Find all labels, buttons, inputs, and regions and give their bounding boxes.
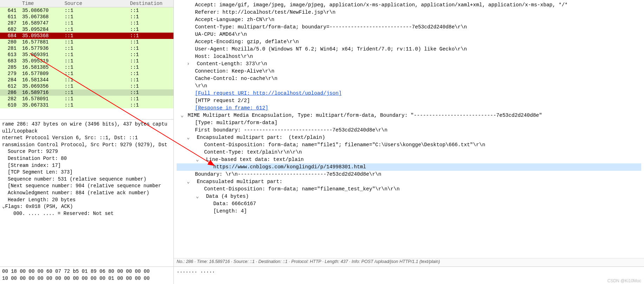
encap2[interactable]: Encapsulated multipart part: xyxy=(197,179,283,184)
chevron-down-icon[interactable]: ⌄ xyxy=(180,112,185,119)
hex-panel-left[interactable]: 00 18 00 00 00 60 07 72 b5 01 89 06 80 0… xyxy=(0,266,173,284)
tcp-hlen[interactable]: Header Length: 20 bytes xyxy=(2,197,171,204)
http-fulluri-link[interactable]: [Full request URI: http://localhost/uplo… xyxy=(195,90,342,96)
chevron-down-icon[interactable]: ⌄ xyxy=(195,193,200,200)
http-ctype[interactable]: Content-Type: multipart/form-data; bound… xyxy=(195,24,467,30)
table-row[interactable]: 28516.581385::1::1 xyxy=(0,64,173,70)
frame-details[interactable]: rame 286: 437 bytes on wire (3496 bits),… xyxy=(0,119,173,266)
tcp-dstport[interactable]: Destination Port: 80 xyxy=(2,155,171,162)
right-panel: Accept: image/gif, image/jpeg, image/pjp… xyxy=(174,0,644,284)
watermark: CSDN @Ki10Moc xyxy=(607,278,641,283)
tcp-nextseq[interactable]: [Next sequence number: 904 (relative seq… xyxy=(2,183,171,190)
http-host[interactable]: Host: localhost\r\n xyxy=(195,54,253,59)
chevron-right-icon[interactable]: › xyxy=(186,60,191,68)
http-tree[interactable]: Accept: image/gif, image/jpeg, image/pjp… xyxy=(174,0,644,258)
frame-loopback[interactable]: ull/Loopback xyxy=(2,128,171,135)
table-row[interactable]: 61035.067331::1::1 xyxy=(0,102,173,108)
table-row[interactable]: 64135.086670::1::1 xyxy=(0,7,173,14)
col-src[interactable]: Source xyxy=(62,0,127,7)
chevron-down-icon[interactable]: ⌄ xyxy=(186,178,191,185)
col-dst[interactable]: Destination xyxy=(127,0,173,7)
http-cache[interactable]: Cache-Control: no-cache\r\n xyxy=(195,76,277,81)
tcp-ack[interactable]: Acknowledgment number: 884 (relative ack… xyxy=(2,190,171,197)
datahex[interactable]: Data: 666c6167 xyxy=(213,201,256,207)
table-row[interactable]: 28116.577936::1::1 xyxy=(0,45,173,52)
tcp-reserved[interactable]: 000. .... .... = Reserved: Not set xyxy=(2,210,171,217)
mime-type[interactable]: [Type: multipart/form-data] xyxy=(195,120,277,126)
table-row[interactable]: 68235.095284::1::1 xyxy=(0,26,173,33)
table-row[interactable]: 28416.581344::1::1 xyxy=(0,77,173,83)
chevron-down-icon[interactable]: ⌄ xyxy=(195,156,200,163)
hex-line-1: 10 00 00 00 00 00 00 00 00 00 00 00 01 0… xyxy=(2,275,171,282)
mime-root[interactable]: MIME Multipart Media Encapsulation, Type… xyxy=(188,113,542,118)
left-panel: Time Source Destination 64135.086670::1:… xyxy=(0,0,174,284)
table-row[interactable]: 28716.589747::1::1 xyxy=(0,20,173,26)
table-row[interactable]: 28016.577881::1::1 xyxy=(0,39,173,45)
table-row[interactable]: 68435.095368::1::1 xyxy=(0,33,173,39)
status-bar: No.: 286 · Time: 16.589716 · Source: ::1… xyxy=(174,258,644,266)
http-acclang[interactable]: Accept-Language: zh-CN\r\n xyxy=(195,17,274,22)
boundary2[interactable]: Boundary: \r\n--------------------------… xyxy=(195,171,381,177)
datalen[interactable]: [Length: 4] xyxy=(213,208,247,214)
table-row[interactable]: 28616.589716::1::1 xyxy=(0,89,173,96)
table-row[interactable]: 27916.577809::1::1 xyxy=(0,70,173,77)
col-no[interactable] xyxy=(0,0,19,7)
mime-firstb[interactable]: First boundary: ------------------------… xyxy=(195,127,387,133)
frame-summary[interactable]: rame 286: 437 bytes on wire (3496 bits),… xyxy=(2,121,171,128)
http-respframe-link[interactable]: [Response in frame: 612] xyxy=(195,105,268,111)
cd1[interactable]: Content-Disposition: form-data; name="fi… xyxy=(204,142,485,148)
frame-tcp[interactable]: ransmission Control Protocol, Src Port: … xyxy=(2,142,171,149)
packet-list[interactable]: Time Source Destination 64135.086670::1:… xyxy=(0,0,173,119)
tcp-stream[interactable]: [Stream index: 17] xyxy=(2,162,171,169)
hex-line-0: 00 18 00 00 00 60 07 72 b5 01 89 06 80 0… xyxy=(2,268,171,275)
table-row[interactable]: 61235.069356::1::1 xyxy=(0,83,173,89)
frame-ipv6[interactable]: nternet Protocol Version 6, Src: ::1, Ds… xyxy=(2,135,171,142)
lbtd[interactable]: Line-based text data: text/plain xyxy=(206,157,304,162)
http-uacpu[interactable]: UA-CPU: AMD64\r\n xyxy=(195,32,247,37)
table-row[interactable]: 28216.578091::1::1 xyxy=(0,96,173,102)
http-clen[interactable]: Content-Length: 373\r\n xyxy=(197,61,267,67)
tcp-seq[interactable]: Sequence number: 531 (relative sequence … xyxy=(2,176,171,183)
encap1[interactable]: Encapsulated multipart part: (text/plain… xyxy=(197,135,325,140)
data4[interactable]: Data (4 bytes) xyxy=(206,194,249,199)
tcp-srcport[interactable]: Source Port: 9279 xyxy=(2,148,171,155)
table-row[interactable]: 61135.067368::1::1 xyxy=(0,14,173,20)
ct1[interactable]: Content-Type: text/plain\r\n\r\n xyxy=(204,149,302,155)
col-time[interactable]: Time xyxy=(19,0,62,7)
payload-url[interactable]: https://www.cnblogs.com/konglingdi/p/149… xyxy=(213,164,366,170)
http-crlf[interactable]: \r\n xyxy=(195,83,207,89)
http-referer[interactable]: Referer: http://localhost/test/NewFile.j… xyxy=(195,9,335,15)
http-req22[interactable]: [HTTP request 2/2] xyxy=(195,98,250,103)
tcp-flags[interactable]: Flags: 0x018 (PSH, ACK) xyxy=(5,204,73,209)
http-conn[interactable]: Connection: Keep-Alive\r\n xyxy=(195,68,274,74)
http-accept[interactable]: Accept: image/gif, image/jpeg, image/pjp… xyxy=(195,2,568,8)
http-ua[interactable]: User-Agent: Mozilla/5.0 (Windows NT 6.2;… xyxy=(195,46,467,52)
tcp-seglen[interactable]: [TCP Segment Len: 373] xyxy=(2,169,171,176)
table-row[interactable]: 61335.069391::1::1 xyxy=(0,52,173,58)
cd2[interactable]: Content-Disposition: form-data; name="fi… xyxy=(204,186,400,192)
table-row[interactable]: 68335.095319::1::1 xyxy=(0,58,173,64)
http-accenc[interactable]: Accept-Encoding: gzip, deflate\r\n xyxy=(195,39,299,45)
chevron-down-icon[interactable]: ⌄ xyxy=(186,134,191,141)
hex-panel-right[interactable]: ....... ..... xyxy=(174,266,644,284)
